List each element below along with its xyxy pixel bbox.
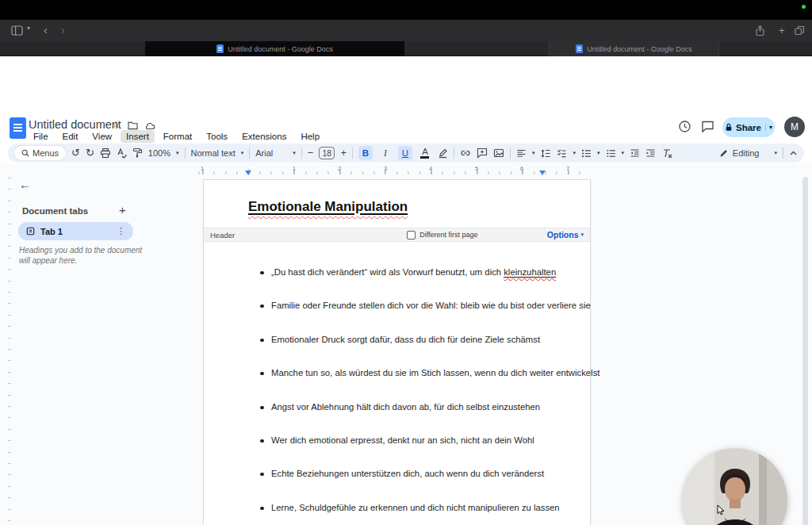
- numbered-list-icon[interactable]: [606, 148, 616, 159]
- bold-button[interactable]: B: [358, 146, 373, 160]
- menu-file[interactable]: File: [28, 130, 54, 143]
- tab-options-icon[interactable]: ⋮: [117, 226, 125, 236]
- menus-search-button[interactable]: Menus: [14, 146, 66, 160]
- font-size-input[interactable]: 18: [319, 147, 335, 159]
- highlight-color-icon[interactable]: [438, 148, 448, 159]
- version-history-icon[interactable]: [678, 120, 691, 133]
- menu-format[interactable]: Format: [158, 130, 197, 143]
- close-panel-back-icon[interactable]: ←: [19, 178, 31, 191]
- options-caret-icon: ▾: [580, 232, 584, 238]
- vertical-scrollbar[interactable]: [802, 177, 808, 525]
- browser-toolbar: ▾ ‹ › docs.google.com ↻ +: [0, 20, 812, 41]
- divider: [352, 148, 353, 159]
- webcam-video-bubble[interactable]: [683, 448, 787, 525]
- bullet-item[interactable]: Familie oder Freunde stellen dich vor di…: [260, 301, 591, 310]
- docs-logo-icon[interactable]: [10, 117, 26, 139]
- document-title-input[interactable]: Untitled document: [29, 118, 121, 131]
- left-indent-marker[interactable]: [245, 171, 251, 175]
- menu-tools[interactable]: Tools: [201, 130, 233, 143]
- menu-extensions[interactable]: Extensions: [236, 130, 292, 143]
- line-spacing-icon[interactable]: [540, 148, 551, 159]
- editing-mode-select[interactable]: Editing ▾: [719, 148, 777, 158]
- header-options-button[interactable]: Options ▾: [547, 230, 584, 240]
- style-caret-icon[interactable]: ▾: [241, 150, 244, 156]
- ruler-label: 1: [201, 165, 204, 172]
- menus-label: Menus: [33, 148, 59, 158]
- ruler-label: 2: [338, 165, 341, 172]
- cloud-status-icon[interactable]: [144, 121, 155, 130]
- sidebar-toggle-icon[interactable]: [11, 25, 23, 36]
- menu-edit[interactable]: Edit: [57, 130, 84, 143]
- different-first-page-checkbox[interactable]: [407, 231, 416, 240]
- checklist-caret-icon[interactable]: ▾: [573, 150, 576, 156]
- text-color-button[interactable]: A: [418, 146, 432, 160]
- add-tab-icon[interactable]: +: [119, 203, 126, 217]
- back-button[interactable]: ‹: [44, 20, 48, 41]
- decrease-indent-icon[interactable]: [630, 148, 640, 159]
- undo-icon[interactable]: ↺: [71, 144, 80, 163]
- menu-view[interactable]: View: [86, 130, 117, 143]
- star-icon[interactable]: ☆: [112, 119, 121, 130]
- share-button[interactable]: Share ▾: [722, 117, 775, 137]
- align-caret-icon[interactable]: ▾: [532, 150, 535, 156]
- forward-button[interactable]: ›: [61, 20, 65, 41]
- paint-format-icon[interactable]: [132, 148, 143, 159]
- bullet-item[interactable]: Echte Beziehungen unterstützen dich, auc…: [260, 469, 544, 478]
- doc-tab-item-selected[interactable]: Tab 1 ⋮: [18, 222, 133, 240]
- zoom-select[interactable]: 100%: [148, 148, 170, 158]
- menubar: File Edit View Insert Format Tools Exten…: [28, 130, 325, 143]
- docs-favicon: [216, 44, 224, 53]
- zoom-caret-icon[interactable]: ▾: [176, 150, 179, 156]
- bullet-item[interactable]: „Du hast dich verändert“ wird als Vorwur…: [260, 267, 556, 277]
- horizontal-ruler[interactable]: 1 1 2 3 4 5 6 7: [198, 166, 591, 175]
- share-page-icon[interactable]: [755, 25, 765, 36]
- divider: [783, 148, 783, 159]
- menu-help[interactable]: Help: [295, 130, 325, 143]
- comments-icon[interactable]: [701, 120, 714, 133]
- insert-link-icon[interactable]: [460, 148, 471, 159]
- clear-formatting-icon[interactable]: [661, 148, 672, 159]
- move-folder-icon[interactable]: [128, 121, 138, 130]
- menu-insert[interactable]: Insert: [121, 130, 155, 143]
- print-icon[interactable]: [100, 148, 111, 159]
- bullet-item[interactable]: Lerne, Schuldgefühle zu erkennen und dic…: [260, 503, 560, 512]
- increase-indent-icon[interactable]: [645, 148, 656, 159]
- right-indent-marker[interactable]: [539, 171, 546, 175]
- add-comment-icon[interactable]: [477, 148, 488, 159]
- mode-caret-icon[interactable]: ▾: [774, 150, 777, 156]
- account-avatar[interactable]: M: [784, 117, 805, 137]
- numbered-list-caret-icon[interactable]: ▾: [622, 150, 625, 156]
- search-icon: [21, 149, 29, 157]
- document-page[interactable]: Emotionale Manipulation Header Different…: [203, 179, 591, 525]
- tab-overview-icon[interactable]: [795, 25, 805, 36]
- document-heading[interactable]: Emotionale Manipulation: [248, 199, 408, 215]
- bulleted-list-caret-icon[interactable]: ▾: [597, 150, 600, 156]
- increase-font-button[interactable]: +: [340, 144, 347, 163]
- underline-button[interactable]: U: [398, 146, 412, 160]
- vertical-ruler: [6, 178, 11, 525]
- redo-icon[interactable]: ↻: [86, 144, 94, 163]
- align-icon[interactable]: [516, 148, 527, 159]
- hide-menus-icon[interactable]: [789, 149, 798, 158]
- share-caret-icon[interactable]: ▾: [765, 124, 772, 131]
- browser-tabstrip: Untitled document - Google Docs Untitled…: [0, 41, 812, 56]
- sidebar-caret-icon[interactable]: ▾: [27, 17, 30, 39]
- checklist-icon[interactable]: [557, 148, 567, 159]
- browser-tab-active[interactable]: Untitled document - Google Docs: [145, 41, 404, 56]
- font-caret-icon[interactable]: ▾: [293, 150, 296, 156]
- new-tab-icon[interactable]: +: [779, 20, 785, 41]
- browser-tab-inactive[interactable]: Untitled document - Google Docs: [549, 41, 719, 56]
- bullet-item[interactable]: Angst vor Ablehnung hält dich davon ab, …: [260, 402, 540, 412]
- font-select[interactable]: Arial: [255, 148, 287, 158]
- spellcheck-icon[interactable]: [117, 148, 127, 159]
- italic-button[interactable]: I: [378, 146, 393, 160]
- paragraph-style-select[interactable]: Normal text: [191, 148, 236, 158]
- decrease-font-button[interactable]: −: [308, 144, 314, 163]
- bullet-item[interactable]: Manche tun so, als würdest du sie im Sti…: [260, 368, 599, 377]
- bullet-item[interactable]: Wer dich emotional erpresst, denkt nur a…: [260, 435, 534, 445]
- divider: [249, 148, 250, 159]
- bulleted-list-icon[interactable]: [581, 148, 592, 159]
- screen: ▾ ‹ › docs.google.com ↻ + Untitled docum…: [0, 0, 812, 525]
- bullet-item[interactable]: Emotionaler Druck sorgt dafür, dass du d…: [260, 335, 540, 344]
- insert-image-icon[interactable]: [493, 148, 504, 159]
